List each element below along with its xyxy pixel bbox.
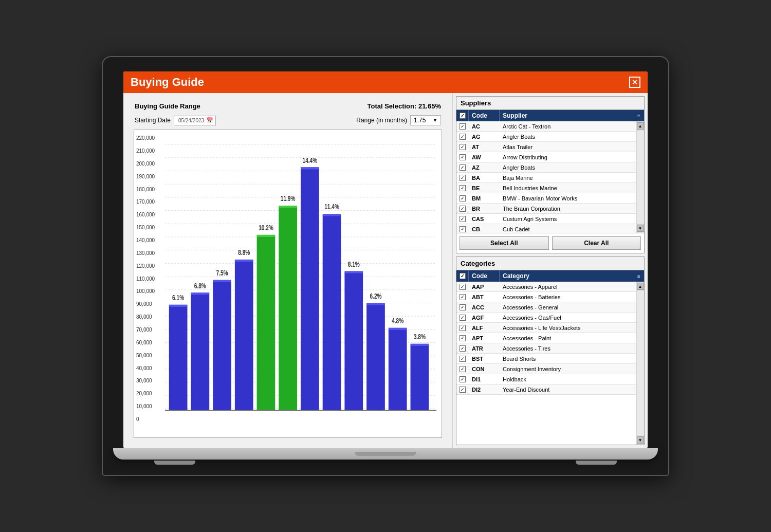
svg-text:3.8%: 3.8% — [414, 333, 426, 341]
clear-all-button[interactable]: Clear All — [552, 236, 641, 250]
supplier-row[interactable]: CAS Custum Agri Systems — [456, 214, 636, 224]
suppliers-table-header: Code Supplier ≡ — [456, 110, 644, 121]
category-row[interactable]: ABT Accessories - Batteries — [456, 292, 636, 302]
category-row[interactable]: ATR Accessories - Tires — [456, 343, 636, 354]
supplier-row[interactable]: CB Cub Cadet — [456, 224, 636, 233]
category-row[interactable]: DI2 Year-End Discount — [456, 384, 636, 395]
row-checkbox[interactable] — [456, 143, 469, 151]
supplier-name: The Braun Corporation — [500, 205, 636, 213]
supplier-row[interactable]: BA Baja Marine — [456, 173, 636, 183]
row-checkbox[interactable] — [456, 174, 469, 182]
svg-rect-46 — [344, 271, 363, 273]
cat-row-checkbox[interactable] — [456, 283, 469, 291]
supplier-row[interactable]: AW Arrow Distributing — [456, 152, 636, 162]
category-row[interactable]: APT Accessories - Paint — [456, 333, 636, 343]
range-dropdown[interactable]: 1.75 ▼ — [410, 115, 441, 125]
cat-scroll-down-button[interactable]: ▼ — [637, 436, 644, 444]
supplier-row[interactable]: AG Angler Boats — [456, 132, 636, 142]
categories-table-header: Code Category ≡ — [456, 270, 644, 282]
scroll-up-button[interactable]: ▲ — [637, 122, 644, 130]
category-row[interactable]: CON Consignment Inventory — [456, 364, 636, 374]
row-checkbox[interactable] — [456, 122, 469, 131]
category-code: DI2 — [469, 386, 500, 394]
supplier-row[interactable]: AC Arctic Cat - Textron — [456, 121, 636, 132]
screen-inner: Buying Guide ✕ Buying Guide Range Total … — [123, 71, 648, 448]
row-checkbox[interactable] — [456, 163, 469, 172]
app-window: Buying Guide ✕ Buying Guide Range Total … — [123, 71, 648, 448]
header-checkbox[interactable] — [460, 113, 466, 119]
category-row[interactable]: ACC Accessories - General — [456, 302, 636, 313]
row-checkbox[interactable] — [456, 153, 469, 161]
supplier-code: AG — [469, 133, 500, 141]
cat-row-checkbox[interactable] — [456, 293, 469, 301]
select-all-button[interactable]: Select All — [460, 236, 549, 250]
row-checkbox[interactable] — [456, 184, 469, 192]
cat-row-checkbox[interactable] — [456, 334, 469, 342]
supplier-row[interactable]: BR The Braun Corporation — [456, 204, 636, 214]
supplier-code: BR — [469, 205, 500, 213]
range-label: Buying Guide Range — [135, 102, 200, 110]
category-name: Consignment Inventory — [500, 365, 636, 373]
category-row[interactable]: AAP Accessories - Apparel — [456, 282, 636, 292]
cat-header-checkbox[interactable] — [460, 273, 466, 279]
supplier-row[interactable]: BE Bell Industries Marine — [456, 183, 636, 193]
category-name: Accessories - Batteries — [500, 293, 636, 301]
cat-scroll-up-button[interactable]: ▲ — [637, 283, 644, 290]
header-menu-icon[interactable]: ≡ — [634, 110, 644, 121]
category-name: Year-End Discount — [500, 386, 636, 394]
category-row[interactable]: AGF Accessories - Gas/Fuel — [456, 313, 636, 323]
row-checkbox[interactable] — [456, 194, 469, 203]
header-code: Code — [469, 110, 500, 121]
dropdown-arrow-icon: ▼ — [433, 118, 437, 123]
category-row[interactable]: BST Board Shorts — [456, 354, 636, 364]
category-code: ALF — [469, 324, 500, 332]
svg-text:7.5%: 7.5% — [216, 269, 228, 277]
svg-text:11.4%: 11.4% — [324, 203, 339, 211]
row-checkbox[interactable] — [456, 133, 469, 141]
category-code: APT — [469, 334, 500, 342]
starting-date-label: Starting Date — [135, 117, 171, 124]
svg-rect-42 — [323, 215, 341, 410]
row-checkbox[interactable] — [456, 225, 469, 233]
cat-header-menu-icon[interactable]: ≡ — [634, 270, 644, 282]
date-section: Starting Date 05/24/2023 📅 — [135, 116, 216, 125]
svg-text:6.1%: 6.1% — [172, 294, 184, 302]
close-button[interactable]: ✕ — [629, 77, 640, 88]
category-row[interactable]: DI1 Holdback — [456, 374, 636, 384]
svg-rect-40 — [301, 167, 319, 169]
supplier-code: AT — [469, 143, 500, 151]
row-checkbox[interactable] — [456, 205, 469, 213]
category-code: AAP — [469, 283, 500, 291]
row-checkbox[interactable] — [456, 215, 469, 223]
category-code: ATR — [469, 344, 500, 353]
suppliers-button-row: Select All Clear All — [456, 233, 644, 253]
category-code: ABT — [469, 293, 500, 301]
cat-row-checkbox[interactable] — [456, 365, 469, 373]
supplier-row[interactable]: BM BMW - Bavarian Motor Works — [456, 193, 636, 204]
suppliers-scrollbar[interactable]: ▲ ▼ — [636, 121, 644, 233]
cat-row-checkbox[interactable] — [456, 314, 469, 322]
category-code: AGF — [469, 314, 500, 322]
date-input[interactable]: 05/24/2023 📅 — [174, 116, 216, 125]
supplier-row[interactable]: AT Atlas Trailer — [456, 142, 636, 152]
cat-row-checkbox[interactable] — [456, 303, 469, 311]
cat-row-checkbox[interactable] — [456, 355, 469, 363]
cat-row-checkbox[interactable] — [456, 324, 469, 332]
supplier-row[interactable]: AZ Angler Boats — [456, 162, 636, 173]
calendar-icon[interactable]: 📅 — [206, 117, 213, 124]
svg-text:6.2%: 6.2% — [370, 292, 381, 300]
svg-text:6.8%: 6.8% — [194, 282, 206, 290]
category-row[interactable]: ALF Accessories - Life Vest/Jackets — [456, 323, 636, 333]
categories-scrollbar[interactable]: ▲ ▼ — [636, 282, 644, 445]
cat-row-checkbox[interactable] — [456, 344, 469, 353]
range-value: 1.75 — [414, 117, 426, 124]
categories-section: Categories Code Category ≡ — [456, 256, 645, 445]
cat-row-checkbox[interactable] — [456, 386, 469, 394]
bar-chart-svg: 6.1% 6.8% 7.5% — [165, 135, 436, 432]
category-name: Accessories - Gas/Fuel — [500, 314, 636, 322]
cat-row-checkbox[interactable] — [456, 375, 469, 383]
cat-scroll-track — [637, 291, 644, 435]
scroll-down-button[interactable]: ▼ — [637, 225, 644, 232]
header-check — [456, 110, 469, 121]
category-name: Accessories - General — [500, 303, 636, 311]
